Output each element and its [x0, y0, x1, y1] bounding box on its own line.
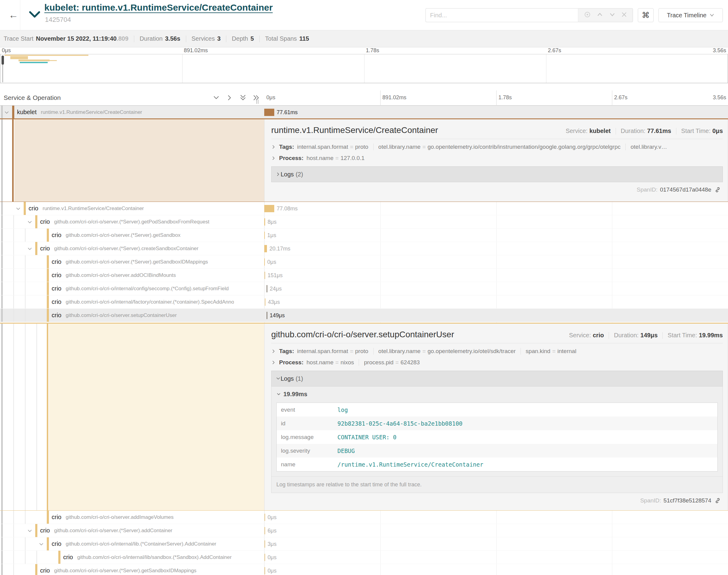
- span-bar[interactable]: [265, 298, 265, 306]
- service-name: crio: [52, 514, 61, 521]
- log-entry-header[interactable]: 19.99ms: [271, 386, 723, 401]
- span-name: criogithub.com/cri-o/cri-o/server.(*Serv…: [52, 229, 180, 242]
- span-row[interactable]: criogithub.com/cri-o/cri-o/server.setupC…: [0, 309, 728, 322]
- span-row[interactable]: criogithub.com/cri-o/cri-o/server.(*Serv…: [0, 215, 728, 229]
- collapse-trace-chevron-icon[interactable]: [29, 10, 41, 20]
- indent-guide: [25, 537, 26, 550]
- expand-chevron-icon[interactable]: [27, 528, 33, 535]
- column-resize-grip[interactable]: [256, 100, 259, 104]
- find-group: [426, 8, 633, 22]
- minimap-gridline: [364, 54, 364, 83]
- keyboard-shortcuts-button[interactable]: ⌘: [638, 8, 654, 22]
- expand-chevron-icon[interactable]: [39, 542, 44, 548]
- logs-accordion-header[interactable]: Logs(1): [271, 371, 723, 386]
- span-row[interactable]: criogithub.com/cri-o/cri-o/server.addOCI…: [0, 269, 728, 282]
- collapse-one-icon[interactable]: [212, 94, 220, 103]
- find-next-icon[interactable]: [609, 11, 616, 19]
- copy-link-icon[interactable]: [714, 187, 721, 193]
- logs-count: (1): [296, 375, 303, 382]
- depth-label: Depth: [232, 35, 248, 42]
- span-row[interactable]: criogithub.com/cri-o/cri-o/server.(*Serv…: [0, 242, 728, 255]
- indent-guide: [13, 564, 14, 575]
- operation-name: github.com/cri-o/cri-o/internal/lib/sand…: [77, 554, 231, 561]
- span-row[interactable]: criogithub.com/cri-o/cri-o/server.(*Serv…: [0, 229, 728, 242]
- view-selector-button[interactable]: Trace Timeline: [658, 8, 723, 22]
- logs-accordion-header[interactable]: Logs(2): [271, 166, 723, 182]
- kv-equals: =: [423, 348, 426, 354]
- collapse-all-icon[interactable]: [239, 94, 246, 103]
- tags-row[interactable]: Tags:internal.span.format=protootel.libr…: [271, 144, 723, 150]
- span-bar[interactable]: [267, 312, 267, 319]
- process-row[interactable]: Process:host.name=nixosprocess.pid=62428…: [271, 359, 723, 366]
- timeline-header-icons: [212, 94, 260, 103]
- find-input[interactable]: [426, 8, 578, 22]
- process-row[interactable]: Process:host.name=127.0.0.1: [271, 155, 723, 162]
- kv-value: proto: [355, 348, 368, 354]
- expand-chevron-icon[interactable]: [4, 110, 9, 116]
- indent-guide: [1, 564, 3, 575]
- span-row[interactable]: criogithub.com/cri-o/cri-o/server.addIma…: [0, 511, 728, 524]
- span-detail-panel: runtime.v1.RuntimeService/CreateContaine…: [0, 119, 728, 202]
- span-bar[interactable]: [265, 514, 265, 521]
- span-row[interactable]: criogithub.com/cri-o/cri-o/server.(*Serv…: [0, 564, 728, 575]
- clear-find-icon[interactable]: [621, 11, 627, 19]
- timeline-tick-line: [496, 91, 497, 106]
- spanid-label: SpanID:: [637, 187, 658, 193]
- expand-chevron-icon[interactable]: [27, 219, 33, 226]
- service-name: crio: [52, 258, 61, 265]
- meta-value: 77.61ms: [647, 128, 671, 134]
- indent-guide: [1, 309, 3, 322]
- service-name: crio: [52, 285, 61, 292]
- indent-guide: [1, 242, 3, 255]
- indent-guide: [13, 551, 14, 564]
- tags-row[interactable]: Tags:internal.span.format=protootel.libr…: [271, 348, 723, 354]
- focus-target-icon[interactable]: [584, 11, 591, 20]
- service-name: crio: [40, 527, 50, 534]
- meta-value: 19.99ms: [699, 332, 723, 339]
- indent-guide: [13, 242, 14, 255]
- span-bar[interactable]: [264, 109, 274, 116]
- span-row[interactable]: criogithub.com/cri-o/cri-o/internal/lib/…: [0, 551, 728, 564]
- minimap-scrubber-handle[interactable]: [2, 56, 4, 65]
- service-name: crio: [40, 245, 50, 252]
- span-bar[interactable]: [265, 272, 265, 279]
- span-name: criogithub.com/cri-o/cri-o/internal/lib/…: [63, 551, 232, 564]
- trace-minimap[interactable]: [0, 54, 728, 83]
- find-prev-icon[interactable]: [596, 11, 603, 19]
- span-bar[interactable]: [264, 232, 265, 239]
- span-row[interactable]: criogithub.com/cri-o/cri-o/server.(*Serv…: [0, 524, 728, 537]
- span-bar[interactable]: [267, 285, 267, 292]
- indent-guide: [1, 324, 3, 510]
- copy-link-icon[interactable]: [714, 497, 721, 504]
- span-bar[interactable]: [264, 218, 265, 226]
- spanid-value: 0174567d17a0448e: [660, 187, 711, 193]
- expand-chevron-icon[interactable]: [27, 246, 33, 253]
- expand-chevron-icon[interactable]: [15, 206, 21, 213]
- span-bar[interactable]: [265, 527, 265, 534]
- operation-name: github.com/cri-o/cri-o/server.(*Server).…: [66, 232, 180, 238]
- duration-label: 24μs: [270, 286, 282, 292]
- log-field-key: log.message: [277, 434, 337, 441]
- span-bar[interactable]: [264, 205, 274, 212]
- span-bar[interactable]: [264, 245, 267, 252]
- panel-title: runtime.v1.RuntimeService/CreateContaine…: [271, 125, 565, 135]
- span-row[interactable]: criogithub.com/cri-o/cri-o/internal/lib.…: [0, 537, 728, 551]
- trace-title-link[interactable]: kubelet: runtime.v1.RuntimeService/Creat…: [44, 2, 273, 13]
- span-row[interactable]: kubeletruntime.v1.RuntimeService/CreateC…: [0, 106, 728, 119]
- duration-label: 43μs: [268, 299, 280, 305]
- back-arrow-icon[interactable]: ←: [7, 9, 20, 21]
- span-bar[interactable]: [265, 540, 265, 548]
- span-bar[interactable]: [265, 554, 265, 561]
- span-row[interactable]: criogithub.com/cri-o/cri-o/internal/fact…: [0, 295, 728, 309]
- expand-one-icon[interactable]: [226, 94, 233, 103]
- span-row[interactable]: criogithub.com/cri-o/cri-o/internal/conf…: [0, 282, 728, 295]
- kv-pair: host.name=127.0.0.1: [306, 155, 364, 162]
- span-bar[interactable]: [264, 258, 265, 266]
- span-bar[interactable]: [265, 567, 265, 574]
- minimap-tick-label: 3.56s: [713, 47, 726, 54]
- trace-id: 1425704: [45, 16, 71, 24]
- service-name: crio: [52, 232, 61, 239]
- span-row[interactable]: crioruntime.v1.RuntimeService/CreateCont…: [0, 202, 728, 215]
- kv-key: internal.span.format: [297, 144, 348, 150]
- span-row[interactable]: criogithub.com/cri-o/cri-o/server.(*Serv…: [0, 255, 728, 269]
